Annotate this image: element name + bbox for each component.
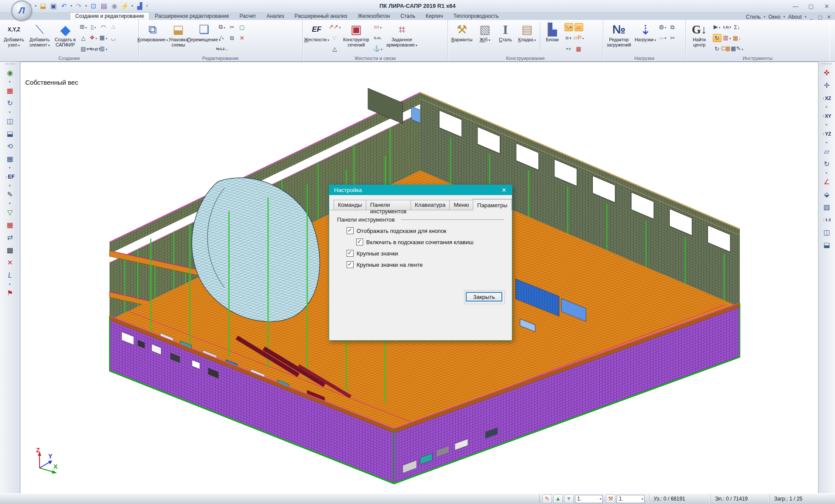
check-plate-icon[interactable]: ▱ — [574, 23, 583, 31]
variants-button[interactable]: ⚒ Варианты — [449, 21, 474, 54]
dialog-tab-parameters[interactable]: Параметры — [473, 199, 511, 210]
distributed-load-icon[interactable]: ↓↓↓ — [659, 34, 667, 42]
dialog-tab-commands[interactable]: Команды — [334, 200, 366, 210]
tab-creation-editing[interactable]: Создание и редактирование — [70, 12, 150, 20]
cut-icon[interactable]: ✂ — [228, 23, 236, 31]
loads-button[interactable]: ⇣ Нагрузки — [634, 21, 657, 54]
projection-plane-icon[interactable]: ▱ — [820, 146, 833, 157]
numbering-view-icon[interactable]: 1 2 — [820, 214, 833, 225]
refresh-palette-icon[interactable]: ↻ — [713, 34, 721, 42]
app-logo[interactable]: Л — [11, 0, 32, 21]
next-loadcase-icon[interactable]: ▼ — [564, 494, 574, 503]
dialog-titlebar[interactable]: Настройка ✕ — [329, 185, 512, 195]
flyout-arrow-icon[interactable]: ▸ — [820, 105, 833, 109]
undo-icon[interactable]: ↶ — [59, 1, 69, 11]
masonry-button[interactable]: ▤ Кладка — [516, 21, 538, 54]
draw-icon[interactable]: ✎ — [3, 189, 17, 200]
tab-brick[interactable]: Кирпич — [421, 13, 448, 20]
orbit-icon[interactable]: ↻ — [820, 159, 833, 170]
joints-icon[interactable]: ∵ — [331, 34, 339, 42]
edit-table-icon[interactable]: ▦✎ — [731, 45, 743, 53]
select-group-icon[interactable]: ▢ — [238, 23, 246, 31]
slab-grid-icon[interactable]: ▥ — [100, 45, 107, 53]
cube-view-icon[interactable]: ▧ — [820, 202, 833, 213]
red-mesh-icon[interactable]: ▦ — [3, 219, 17, 231]
section-builder-button[interactable]: ▣ Конструктор сечений — [340, 21, 372, 54]
menu-style[interactable]: Стиль — [745, 14, 762, 20]
redo-icon[interactable]: ↷ — [74, 1, 84, 11]
delete-icon[interactable]: ✕ — [3, 257, 17, 269]
calc-dropdown-icon[interactable]: ▾ — [130, 1, 134, 11]
frame-generator-icon[interactable]: ⊞ — [80, 23, 87, 31]
checkbox-large-ribbon-icons[interactable]: Крупные значки на ленте — [347, 261, 506, 268]
dialog-close-button[interactable]: Закрыть — [466, 292, 502, 302]
copy-loads-icon[interactable]: ⧉ — [669, 23, 677, 31]
checkbox-show-tooltips[interactable]: Отображать подсказки для кнопок — [347, 227, 506, 234]
redo-dropdown-icon[interactable]: ▾ — [84, 1, 88, 11]
add-element-button[interactable]: ⟍ Добавить элемент — [27, 21, 52, 54]
flyout-arrow-icon[interactable]: ▸ — [3, 282, 17, 286]
rigid-links-icon[interactable]: ↗↗ — [329, 23, 341, 31]
flyout-arrow-icon[interactable]: ▸ — [3, 80, 17, 84]
flyout-arrow-icon[interactable]: ▸ — [3, 201, 17, 206]
pan-icon[interactable]: ◉ — [3, 67, 17, 79]
section-view-icon[interactable]: ⬓ — [820, 239, 833, 251]
rotate-plane-icon[interactable]: ⟲ — [3, 141, 17, 152]
checkbox-include-shortcuts[interactable]: Включить в подсказки сочетания клавиш — [356, 239, 506, 245]
elastic-foundation-icon[interactable]: C₁C₂ — [374, 34, 382, 42]
window-dropdown-icon[interactable]: ▾ — [784, 15, 785, 19]
flyout-arrow-icon[interactable]: ▸ — [820, 140, 833, 145]
tank-generator-icon[interactable]: ◡ — [110, 34, 117, 42]
nodes-generator-icon[interactable]: ∴ — [110, 23, 117, 31]
toolbar-drag-handle[interactable] — [5, 63, 15, 66]
close-button[interactable]: ✕ — [822, 3, 832, 10]
filter-icon[interactable]: ▽ — [3, 207, 17, 218]
view-xz-icon[interactable]: XZ — [820, 93, 833, 104]
save-icon[interactable]: ▣ — [49, 1, 58, 11]
dialog-tab-toolbars[interactable]: Панели инструментов — [366, 200, 411, 210]
table-export-icon[interactable]: ▦↓ — [733, 34, 741, 42]
model-view-icon[interactable]: ⊡ — [89, 1, 98, 11]
plate-mesh-icon[interactable]: ▦ — [100, 34, 107, 42]
style-dropdown-icon[interactable]: ▾ — [764, 15, 765, 19]
flag-icon[interactable]: ⚑ — [3, 288, 17, 299]
plane-view-icon[interactable]: ◫ — [820, 227, 833, 238]
dome-generator-icon[interactable]: ◠ — [100, 23, 107, 31]
tab-reinforced-concrete[interactable]: Железобетон — [352, 13, 395, 20]
move-button[interactable]: ❏ Перемещение — [191, 21, 217, 54]
qat-overflow-icon[interactable]: ≡ — [145, 1, 149, 11]
rotate-model-icon[interactable]: ↻ — [3, 98, 17, 109]
local-axes-icon[interactable]: L — [3, 270, 17, 281]
tab-steel[interactable]: Сталь — [395, 13, 421, 20]
truss-generator-icon[interactable]: △ — [80, 34, 87, 42]
dialog-tab-keyboard[interactable]: Клавиатура — [411, 200, 450, 210]
scale-icon[interactable]: ⧉ — [228, 34, 236, 42]
checkbox-icon[interactable] — [347, 250, 354, 257]
prev-loadcase-icon[interactable]: ▲ — [553, 494, 563, 503]
camera-icon[interactable]: ◉ — [110, 1, 119, 11]
mdi-close-button[interactable]: ✕ — [825, 14, 832, 20]
iso-view-icon[interactable]: ⬙ — [820, 189, 833, 200]
rc-button[interactable]: ▧ Ж/б — [475, 21, 495, 54]
tab-calculation[interactable]: Расчет — [234, 13, 261, 20]
preset-reinforcement-button[interactable]: ⌗ Заданное армирование — [383, 21, 421, 54]
flyout-arrow-icon[interactable]: ▸ — [3, 110, 17, 114]
erase-icon[interactable]: ✕ — [238, 34, 246, 42]
levels-icon[interactable]: ⬓ — [3, 128, 17, 139]
open-file-icon[interactable]: ⬓ — [38, 1, 48, 11]
undo-dropdown-icon[interactable]: ▾ — [70, 1, 73, 11]
mesh-display-icon[interactable]: ▦ — [3, 153, 17, 165]
menu-about[interactable]: About — [787, 14, 803, 20]
surface-function-icon[interactable]: z=f(x,y) — [87, 45, 100, 53]
rotate-copy-icon[interactable]: ⧉ — [218, 23, 226, 31]
quick-calc-icon[interactable]: ⚡ — [120, 1, 130, 11]
flyout-arrow-icon[interactable]: ▸ — [3, 166, 17, 170]
find-center-button[interactable]: G↓ Найти центр — [687, 21, 711, 54]
parallel-planes-icon[interactable]: ◫ — [3, 116, 17, 127]
axes-xyz-icon[interactable]: ✛ — [820, 80, 833, 91]
add-bars-icon[interactable]: ≡+ — [565, 34, 573, 42]
renumber-icon[interactable]: №1,2… — [216, 45, 227, 53]
frame-section-icon[interactable]: ▭ — [374, 23, 382, 31]
mirror-icon[interactable]: ∕ — [218, 34, 226, 42]
tab-advanced-analysis[interactable]: Расширенный анализ — [289, 13, 352, 20]
